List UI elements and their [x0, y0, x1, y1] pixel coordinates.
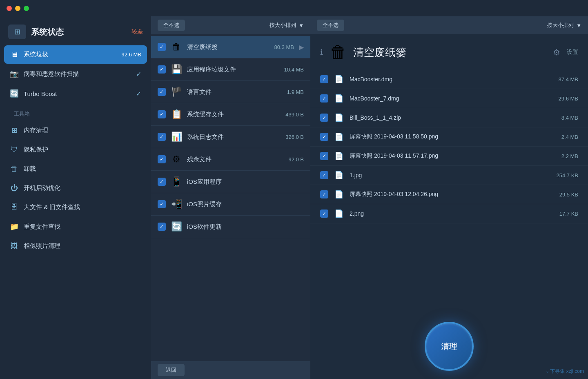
sidebar-item-turbo-boost[interactable]: 🔄 Turbo Boost ✓	[4, 84, 147, 103]
file-check-2[interactable]: ✓	[320, 94, 328, 103]
item-name-empty-trash: 清空废纸篓	[187, 43, 270, 51]
zip-file-icon: 📄	[334, 113, 344, 122]
item-size-system-logs: 326.0 B	[285, 134, 304, 140]
nav-item-startup-label: 开机启动优化	[24, 184, 141, 192]
minimize-button[interactable]	[15, 6, 20, 11]
ios-apps-icon: 📱	[171, 176, 182, 187]
file-item-billboss-zip[interactable]: ✓ 📄 Bill_Boss_1_1_4.zip 8.4 MB	[310, 108, 588, 127]
camera-icon: 📷	[10, 69, 19, 78]
right-sort-control[interactable]: 按大小排列 ▼	[547, 22, 581, 29]
nav-item-uninstall-label: 卸载	[24, 165, 141, 173]
file-name-7: 屏幕快照 2019-04-03 12.04.26.png	[350, 191, 554, 198]
power-icon: ⏻	[10, 184, 19, 192]
file-check-8[interactable]: ✓	[320, 210, 328, 218]
list-item-ios-photo-cache[interactable]: ✓ 📲 iOS照片缓存	[151, 193, 310, 216]
item-check-language-files[interactable]: ✓	[158, 88, 166, 96]
file-check-4[interactable]: ✓	[320, 133, 328, 141]
item-check-empty-trash[interactable]: ✓	[158, 43, 166, 51]
list-item-residual-files[interactable]: ✓ ⚙ 残余文件 92.0 B	[151, 148, 310, 171]
file-check-7[interactable]: ✓	[320, 190, 328, 198]
cache-icon: 📋	[171, 109, 182, 120]
png-file-icon-1: 📄	[334, 132, 344, 141]
item-check-ios-photo-cache[interactable]: ✓	[158, 200, 166, 208]
file-check-5[interactable]: ✓	[320, 152, 328, 160]
language-icon: 🏴	[171, 87, 182, 97]
sidebar-item-virus-scan[interactable]: 📷 病毒和恶意软件扫描 ✓	[4, 65, 147, 83]
file-name-6: 1.jpg	[350, 172, 551, 178]
item-name-ios-apps: iOS应用程序	[187, 178, 299, 186]
file-item-screenshot-1[interactable]: ✓ 📄 屏幕快照 2019-04-03 11.58.50.png 2.4 MB	[310, 127, 588, 147]
nav-item-virus-scan-label: 病毒和恶意软件扫描	[24, 70, 131, 78]
right-sort-label: 按大小排列	[547, 22, 574, 29]
file-check-3[interactable]: ✓	[320, 114, 328, 122]
file-check-6[interactable]: ✓	[320, 171, 328, 179]
sidebar-item-memory-clean[interactable]: ⊞ 内存清理	[4, 121, 147, 140]
nav-item-similar-photos-label: 相似照片清理	[24, 242, 141, 250]
list-item-system-cache[interactable]: ✓ 📋 系统缓存文件 439.0 B	[151, 103, 310, 126]
file-item-macbooster7-dmg[interactable]: ✓ 📄 MacBooster_7.dmg 29.6 MB	[310, 89, 588, 108]
file-item-2png[interactable]: ✓ 📄 2.png 17.7 KB	[310, 204, 588, 223]
right-panel-header: ℹ 🗑 清空废纸篓 ⚙ 设置	[310, 34, 588, 68]
turbo-boost-check: ✓	[136, 90, 141, 98]
trash-item-icon: 🗑	[171, 42, 182, 52]
back-button[interactable]: 返回	[158, 364, 185, 376]
file-name-3: Bill_Boss_1_1_4.zip	[350, 114, 556, 121]
item-check-ios-apps[interactable]: ✓	[158, 178, 166, 186]
trash-icon: 🗑	[10, 165, 19, 173]
file-check-1[interactable]: ✓	[320, 75, 328, 83]
dmg-file-icon-1: 📄	[334, 75, 344, 84]
traffic-lights	[7, 6, 29, 11]
sidebar-item-system-trash[interactable]: 🖥 系统垃圾 92.6 MB	[4, 45, 147, 64]
item-arrow-empty-trash: ▶	[299, 43, 304, 51]
list-item-ios-software-update[interactable]: ✓ 🔄 iOS软件更新	[151, 216, 310, 238]
nav-item-turbo-boost-label: Turbo Boost	[24, 90, 131, 97]
sidebar-nav: 🖥 系统垃圾 92.6 MB 📷 病毒和恶意软件扫描 ✓ 🔄 Turbo Boo…	[0, 45, 151, 256]
system-state-icon: ⊞	[8, 25, 26, 39]
middle-items-list: ✓ 🗑 清空废纸篓 80.3 MB ▶ ✓ 💾 应用程序垃圾文件 10.4 MB…	[151, 34, 310, 361]
sidebar-item-startup[interactable]: ⏻ 开机启动优化	[4, 179, 147, 197]
sidebar-item-uninstall[interactable]: 🗑 卸载	[4, 160, 147, 178]
list-item-app-junk[interactable]: ✓ 💾 应用程序垃圾文件 10.4 MB	[151, 58, 310, 81]
nav-item-duplicate-label: 重复文件查找	[24, 223, 141, 231]
png-file-icon-3: 📄	[334, 190, 344, 199]
clean-button[interactable]: 清理	[425, 322, 474, 371]
sidebar-item-large-files[interactable]: 🗄 大文件 & 旧文件查找	[4, 198, 147, 216]
list-item-empty-trash[interactable]: ✓ 🗑 清空废纸篓 80.3 MB ▶	[151, 36, 310, 58]
item-check-system-cache[interactable]: ✓	[158, 110, 166, 118]
sidebar-item-privacy[interactable]: 🛡 隐私保护	[4, 140, 147, 159]
list-item-ios-apps[interactable]: ✓ 📱 iOS应用程序	[151, 171, 310, 193]
right-sort-arrow: ▼	[576, 22, 581, 29]
item-check-ios-software[interactable]: ✓	[158, 223, 166, 231]
settings-label[interactable]: 设置	[567, 49, 578, 56]
file-item-screenshot-2[interactable]: ✓ 📄 屏幕快照 2019-04-03 11.57.17.png 2.2 MB	[310, 147, 588, 166]
sidebar-item-similar-photos[interactable]: 🖼 相似照片清理	[4, 237, 147, 255]
maximize-button[interactable]	[24, 6, 29, 11]
shield-icon: 🛡	[10, 145, 19, 154]
middle-sort-label: 按大小排列	[270, 22, 296, 29]
right-deselect-all-button[interactable]: 全不选	[317, 20, 344, 31]
item-size-system-cache: 439.0 B	[285, 111, 304, 118]
file-size-5: 2.2 MB	[561, 153, 578, 159]
item-check-residual[interactable]: ✓	[158, 155, 166, 163]
file-size-7: 29.5 KB	[559, 192, 578, 198]
photo-icon: 🖼	[10, 242, 19, 250]
close-button[interactable]	[7, 6, 12, 11]
item-name-system-cache: 系统缓存文件	[187, 111, 281, 118]
list-item-system-logs[interactable]: ✓ 📊 系统日志文件 326.0 B	[151, 126, 310, 148]
monitor-icon: 🖥	[10, 50, 19, 59]
right-panel: 全不选 按大小排列 ▼ ℹ 🗑 清空废纸篓 ⚙ 设置 ✓ 📄 MacBooste…	[310, 16, 588, 379]
middle-sort-control[interactable]: 按大小排列 ▼	[270, 22, 304, 29]
list-item-language-files[interactable]: ✓ 🏴 语言文件 1.9 MB	[151, 81, 310, 103]
item-check-app-junk[interactable]: ✓	[158, 65, 166, 74]
item-check-system-logs[interactable]: ✓	[158, 133, 166, 141]
file-item-1jpg[interactable]: ✓ 📄 1.jpg 254.7 KB	[310, 166, 588, 185]
file-item-screenshot-3[interactable]: ✓ 📄 屏幕快照 2019-04-03 12.04.26.png 29.5 KB	[310, 185, 588, 204]
item-size-app-junk: 10.4 MB	[284, 67, 304, 73]
gear-icon[interactable]: ⚙	[553, 47, 560, 57]
right-header-title: 清空废纸篓	[353, 45, 546, 60]
item-size-empty-trash: 80.3 MB	[274, 44, 294, 50]
file-item-macbooster-dmg[interactable]: ✓ 📄 MacBooster.dmg 37.4 MB	[310, 70, 588, 89]
sidebar-item-duplicate-files[interactable]: 📁 重复文件查找	[4, 217, 147, 236]
turbo-icon: 🔄	[10, 89, 19, 98]
middle-deselect-all-button[interactable]: 全不选	[158, 20, 185, 31]
